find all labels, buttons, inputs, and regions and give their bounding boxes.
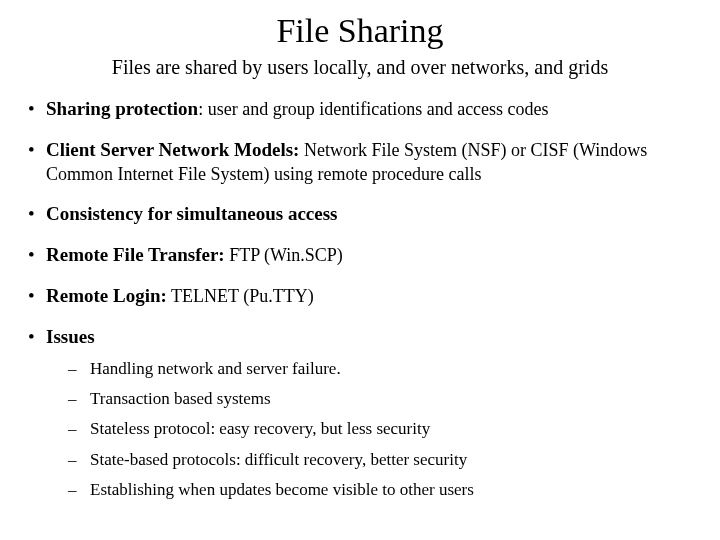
bullet-rest: FTP (Win.SCP) — [225, 245, 343, 265]
bullet-item: Consistency for simultaneous access — [28, 202, 696, 226]
bullet-lead: Remote Login: — [46, 285, 167, 306]
bullet-lead: Client Server Network Models: — [46, 139, 299, 160]
bullet-item: Sharing protection: user and group ident… — [28, 97, 696, 121]
bullet-item: Remote File Transfer: FTP (Win.SCP) — [28, 243, 696, 267]
bullet-lead: Consistency for simultaneous access — [46, 203, 338, 224]
bullet-rest: TELNET (Pu.TTY) — [167, 286, 314, 306]
sub-item: Establishing when updates become visible… — [68, 479, 696, 501]
slide-title: File Sharing — [24, 12, 696, 50]
sub-list: Handling network and server failure. Tra… — [46, 358, 696, 500]
bullet-rest: : user and group identifications and acc… — [198, 99, 548, 119]
sub-item: Handling network and server failure. — [68, 358, 696, 380]
slide-subtitle: Files are shared by users locally, and o… — [24, 56, 696, 79]
bullet-item: Issues Handling network and server failu… — [28, 325, 696, 501]
bullet-item: Client Server Network Models: Network Fi… — [28, 138, 696, 186]
sub-item: State-based protocols: difficult recover… — [68, 449, 696, 471]
sub-item: Stateless protocol: easy recovery, but l… — [68, 418, 696, 440]
bullet-lead: Remote File Transfer: — [46, 244, 225, 265]
bullet-lead: Sharing protection — [46, 98, 198, 119]
bullet-lead: Issues — [46, 326, 95, 347]
bullet-item: Remote Login: TELNET (Pu.TTY) — [28, 284, 696, 308]
bullet-list: Sharing protection: user and group ident… — [24, 97, 696, 501]
sub-item: Transaction based systems — [68, 388, 696, 410]
